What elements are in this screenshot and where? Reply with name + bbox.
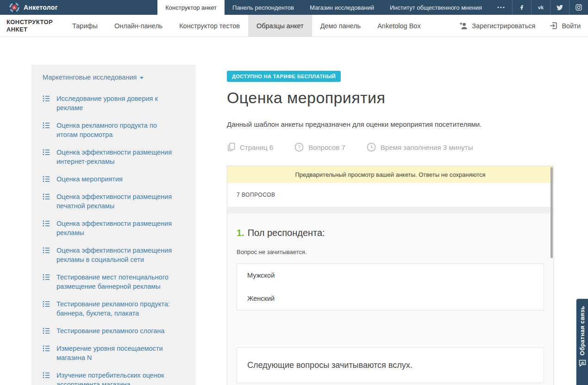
login-label: Войти <box>562 22 581 30</box>
nav-item-label: Тарифы <box>72 22 98 30</box>
sidebar-item-label: Тестирование мест потенциального размеще… <box>56 273 173 291</box>
register-label: Зарегистрироваться <box>472 22 535 30</box>
answer-option-label: Женский <box>247 295 275 302</box>
brand-logo[interactable]: A Анкетолог <box>0 0 58 15</box>
nav-item-label: Anketolog Box <box>377 22 421 30</box>
feedback-label: Обратная связь <box>579 306 586 355</box>
sidebar-item-label: Оценка эффективности размещения рекламы <box>56 219 173 237</box>
question-icon: ? <box>294 143 304 152</box>
statement-box: Следующие вопросы зачитываются вслух. <box>237 348 544 383</box>
twitter-icon[interactable] <box>550 0 569 15</box>
sidebar-item-slogan-testing[interactable]: Тестирование рекламного слогана <box>43 326 184 335</box>
main-content: ДОСТУПНО НА ТАРИФЕ БЕСПЛАТНЫЙ Оценка мер… <box>227 65 554 385</box>
sidebar-item-internet-ad-efficiency[interactable]: Оценка эффективности размещения интернет… <box>43 148 184 166</box>
top-tab-label: Панель респондентов <box>232 4 294 11</box>
instagram-icon[interactable] <box>569 0 588 15</box>
sidebar-item-social-ad-efficiency[interactable]: Оценка эффективности размещения рекламы … <box>43 246 184 264</box>
top-bar: A Анкетолог Конструктор анкет Панель рес… <box>0 0 588 15</box>
constructor-logo[interactable]: КОНСТРУКТОР АНКЕТ <box>6 15 53 37</box>
nav-item-test-builder[interactable]: Конструктор тестов <box>171 15 248 37</box>
add-user-icon <box>459 22 468 30</box>
sidebar-item-event-evaluation[interactable]: Оценка мероприятия <box>43 174 184 184</box>
preview-question-count: 7 ВОПРОСОВ <box>227 183 553 207</box>
feedback-chart-icon <box>579 360 586 367</box>
answer-option-label: Мужской <box>247 272 275 279</box>
stat-pages: Страниц 6 <box>227 143 273 152</box>
nav-item-sample-surveys[interactable]: Образцы анкет <box>248 15 312 37</box>
sidebar-category-label: Маркетинговые исследования <box>43 74 137 81</box>
chevron-down-icon <box>140 77 144 79</box>
nav-item-label: Конструктор тестов <box>179 22 240 30</box>
login-button[interactable]: Войти <box>549 21 581 30</box>
anketolog-logo-icon: A <box>9 2 19 12</box>
stat-time: Время заполнения 3 минуты <box>367 143 473 152</box>
top-tab-label: Институт общественного мнения <box>390 4 482 11</box>
top-tab-survey-builder[interactable]: Конструктор анкет <box>157 0 225 15</box>
top-tab-label: Конструктор анкет <box>165 4 217 11</box>
login-icon <box>549 21 558 30</box>
preview-scrollbar-track[interactable] <box>550 166 553 385</box>
nav-item-online-panel[interactable]: Онлайн-панель <box>106 15 171 37</box>
stat-label: Страниц 6 <box>240 143 273 151</box>
main-nav: КОНСТРУКТОР АНКЕТ Тарифы Онлайн-панель К… <box>0 15 588 37</box>
preview-question-page: 1.Пол респондента: Вопрос не зачитываетс… <box>227 213 553 383</box>
svg-text:?: ? <box>298 144 300 150</box>
survey-preview-panel: Предварительный просмотр вашей анкеты. О… <box>227 166 554 385</box>
sidebar-item-label: Оценка эффективности размещения интернет… <box>56 148 173 166</box>
answer-option-male[interactable]: Мужской <box>237 264 544 287</box>
nav-item-label: Образцы анкет <box>256 22 304 30</box>
question-title: 1.Пол респондента: <box>237 213 544 238</box>
vk-icon[interactable]: vk <box>531 0 550 15</box>
nav-item-label: Демо панель <box>320 22 361 30</box>
sidebar-item-trust-research[interactable]: Исследование уровня доверия к рекламе <box>43 94 184 112</box>
question-number: 1. <box>237 228 244 238</box>
social-links: vk <box>512 0 588 15</box>
nav-item-tariffs[interactable]: Тарифы <box>64 15 106 37</box>
register-button[interactable]: Зарегистрироваться <box>459 22 535 30</box>
sidebar-item-label: Тестирование рекламного продукта: баннер… <box>56 299 173 318</box>
top-tab-research-store[interactable]: Магазин исследований <box>302 0 382 15</box>
constructor-logo-line2: АНКЕТ <box>6 26 53 33</box>
svg-text:vk: vk <box>538 5 544 10</box>
sidebar-item-label: Оценка рекламного продукта по итогам про… <box>56 121 173 139</box>
svg-text:A: A <box>13 6 16 10</box>
nav-item-anketolog-box[interactable]: Anketolog Box <box>369 15 429 37</box>
sidebar-item-label: Исследование уровня доверия к рекламе <box>56 94 173 112</box>
preview-scrollbar-thumb[interactable] <box>550 167 553 258</box>
top-tab-opinion-institute[interactable]: Институт общественного мнения <box>382 0 490 15</box>
sidebar-item-label: Измерение уровня посещаемости магазина N <box>56 344 173 362</box>
constructor-logo-line1: КОНСТРУКТОР <box>6 19 53 26</box>
sidebar-item-ad-product-review[interactable]: Оценка рекламного продукта по итогам про… <box>43 121 184 139</box>
sidebar-category-dropdown[interactable]: Маркетинговые исследования <box>43 74 184 81</box>
sidebar: Маркетинговые исследования Исследование … <box>31 65 196 385</box>
stat-label: Вопросов 7 <box>308 143 345 151</box>
sidebar-item-label: Оценка мероприятия <box>56 174 123 184</box>
tariff-badge: ДОСТУПНО НА ТАРИФЕ БЕСПЛАТНЫЙ <box>227 71 341 82</box>
sidebar-item-store-traffic-measure[interactable]: Измерение уровня посещаемости магазина N <box>43 344 184 362</box>
sidebar-item-banner-placement-testing[interactable]: Тестирование мест потенциального размеще… <box>43 273 184 291</box>
nav-item-demo-panel[interactable]: Демо панель <box>312 15 369 37</box>
template-description: Данный шаблон анкеты предназначен для оц… <box>227 120 554 128</box>
feedback-tab[interactable]: Обратная связь <box>576 298 588 385</box>
question-note: Вопрос не зачитывается. <box>237 248 544 255</box>
sidebar-item-ad-product-testing[interactable]: Тестирование рекламного продукта: баннер… <box>43 299 184 318</box>
answer-options-box: Мужской Женский <box>237 263 544 310</box>
clock-icon <box>367 143 376 152</box>
top-tab-label: Магазин исследований <box>310 4 374 11</box>
top-tab-respondent-panel[interactable]: Панель респондентов <box>225 0 302 15</box>
more-menu-icon[interactable] <box>490 0 512 15</box>
facebook-icon[interactable] <box>512 0 531 15</box>
brand-name: Анкетолог <box>24 4 58 11</box>
sidebar-item-label: Оценка эффективности размещения рекламы … <box>56 246 173 264</box>
preview-notice-banner: Предварительный просмотр вашей анкеты. О… <box>227 166 553 183</box>
survey-stats: Страниц 6 ? Вопросов 7 Время заполнения … <box>227 143 554 152</box>
nav-item-label: Онлайн-панель <box>114 22 163 30</box>
sidebar-item-print-ad-efficiency[interactable]: Оценка эффективности размещения печатной… <box>43 192 184 211</box>
answer-option-female[interactable]: Женский <box>237 287 544 310</box>
sidebar-item-ad-placement-efficiency[interactable]: Оценка эффективности размещения рекламы <box>43 219 184 237</box>
sidebar-item-assortment-opinions[interactable]: Изучение потребительских оценок ассортим… <box>43 371 184 385</box>
top-tabs: Конструктор анкет Панель респондентов Ма… <box>157 0 512 15</box>
stat-label: Время заполнения 3 минуты <box>381 143 473 151</box>
page: A Анкетолог Конструктор анкет Панель рес… <box>0 0 588 385</box>
stat-questions: ? Вопросов 7 <box>294 143 345 152</box>
